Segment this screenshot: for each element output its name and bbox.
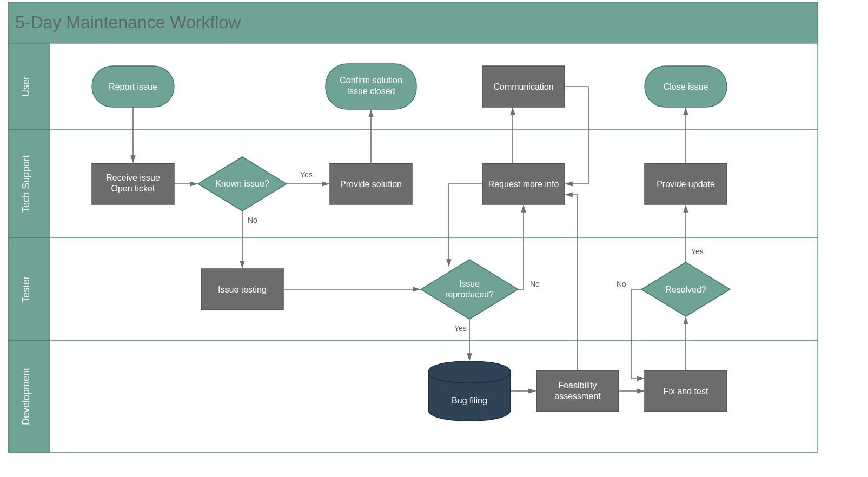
lane-label-user: User [21, 76, 31, 97]
svg-text:Communication: Communication [493, 82, 553, 91]
svg-text:Issue: Issue [459, 279, 480, 288]
node-provide-solution[interactable]: Provide solution [330, 163, 412, 204]
svg-text:Provide solution: Provide solution [340, 180, 402, 189]
svg-text:Feasibility: Feasibility [558, 381, 597, 390]
edge-label-yes3: Yes [691, 247, 704, 256]
node-issue-testing[interactable]: Issue testing [201, 269, 283, 310]
svg-rect-28 [536, 370, 619, 412]
node-fix-and-test[interactable]: Fix and test [645, 370, 727, 412]
svg-text:Resolved?: Resolved? [665, 285, 706, 294]
node-close-issue[interactable]: Close issue [645, 66, 727, 107]
node-request-info[interactable]: Request more info [482, 163, 565, 204]
lane-label-tester: Tester [21, 276, 31, 302]
node-receive-issue[interactable]: Receive issue Open ticket [92, 163, 174, 204]
svg-text:Report issue: Report issue [109, 82, 157, 91]
lane-label-dev: Development [21, 368, 31, 425]
svg-text:Issue testing: Issue testing [218, 285, 267, 294]
lane-label-tech: Tech Support [21, 155, 31, 213]
edge-label-no1: No [248, 216, 257, 224]
edge-label-yes2: Yes [454, 324, 467, 333]
node-communication[interactable]: Communication [482, 66, 565, 107]
diagram-title: 5-Day Maintenance Workflow [15, 12, 241, 32]
node-report-issue[interactable]: Report issue [92, 66, 174, 107]
svg-text:Bug filing: Bug filing [452, 396, 487, 405]
node-confirm-solution[interactable]: Confirm solution Issue closed [326, 64, 416, 109]
svg-text:Request more info: Request more info [488, 180, 559, 189]
node-bug-filing[interactable]: Bug filing [428, 361, 511, 421]
svg-text:Fix and test: Fix and test [664, 387, 708, 396]
edge-label-no3: No [617, 280, 626, 288]
swimlane-diagram: 5-Day Maintenance Workflow User Tech Sup… [0, 0, 868, 477]
svg-text:Provide update: Provide update [657, 180, 715, 189]
node-feasibility[interactable]: Feasibility assessment [536, 370, 619, 412]
svg-text:Known issue?: Known issue? [215, 179, 269, 188]
svg-text:Open ticket: Open ticket [111, 184, 155, 193]
svg-text:Receive issue: Receive issue [106, 173, 160, 182]
svg-text:Issue closed: Issue closed [347, 87, 395, 96]
edge-label-no2: No [530, 280, 540, 288]
svg-text:assessment: assessment [554, 392, 601, 401]
svg-text:reproduced?: reproduced? [445, 290, 494, 299]
node-provide-update[interactable]: Provide update [645, 163, 727, 204]
svg-text:Close issue: Close issue [664, 82, 708, 91]
edge-label-yes1: Yes [300, 170, 313, 179]
svg-text:Confirm solution: Confirm solution [340, 76, 402, 85]
